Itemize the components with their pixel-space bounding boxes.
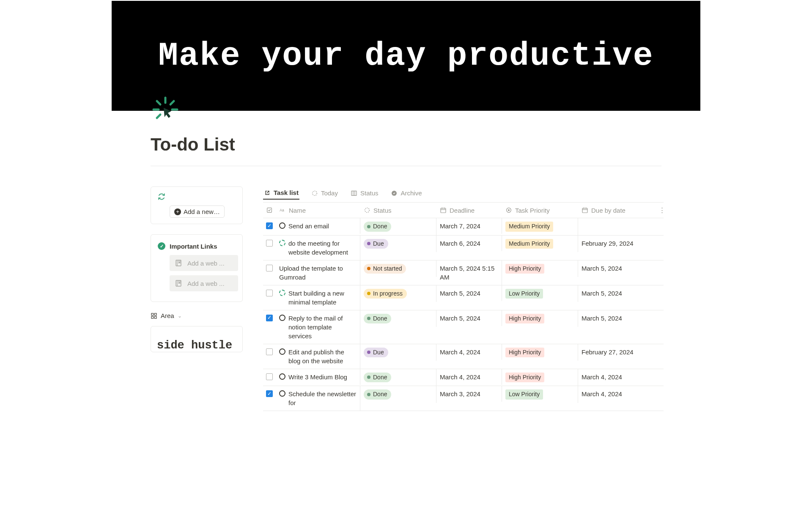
task-name: Reply to the mail of notion template ser… — [288, 314, 357, 340]
cell-due-by-date[interactable]: March 5, 2024 — [578, 285, 658, 301]
tab-today[interactable]: Today — [310, 187, 339, 199]
column-label: Task Priority — [515, 207, 550, 214]
table-row[interactable]: Upload the template to GumroadNot starte… — [263, 260, 664, 285]
cell-due-by-date[interactable] — [578, 218, 658, 225]
status-dot-icon — [367, 242, 370, 245]
column-header-due-by-date[interactable]: Due by date — [578, 203, 658, 218]
column-header-checkbox[interactable] — [263, 203, 276, 218]
cell-deadline[interactable]: March 5, 2024 5:15 AM — [436, 260, 502, 285]
cell-priority[interactable]: Low Priority — [502, 386, 578, 403]
cell-status[interactable]: In progress — [360, 285, 436, 302]
table-row[interactable]: ✓Reply to the mail of notion template se… — [263, 310, 664, 344]
cell-status[interactable]: Done — [360, 218, 436, 235]
cell-priority[interactable]: High Priority — [502, 310, 578, 327]
priority-badge: High Priority — [505, 373, 544, 383]
priority-badge: High Priority — [505, 314, 544, 324]
circle-icon — [279, 390, 285, 397]
cell-due-by-date[interactable]: March 4, 2024 — [578, 386, 658, 402]
cell-due-by-date[interactable]: March 5, 2024 — [578, 310, 658, 326]
task-name: do the meeting for website development — [288, 239, 357, 257]
column-header-task-priority[interactable]: Task Priority — [502, 203, 578, 218]
due-value: March 4, 2024 — [582, 373, 622, 381]
svg-rect-11 — [154, 313, 156, 315]
cell-due-by-date[interactable]: February 29, 2024 — [578, 236, 658, 251]
cell-priority[interactable]: High Priority — [502, 369, 578, 386]
plus-circle-icon: + — [174, 208, 181, 215]
row-checkbox[interactable] — [266, 373, 273, 380]
table-row[interactable]: ✓Schedule the newsletter forDoneMarch 3,… — [263, 386, 664, 411]
cell-status[interactable]: Done — [360, 310, 436, 327]
cell-priority[interactable]: High Priority — [502, 260, 578, 277]
row-checkbox[interactable] — [266, 265, 273, 271]
cell-name[interactable]: Start building a new minimal template — [276, 285, 360, 310]
page-title[interactable]: To-do List — [151, 134, 661, 155]
cell-deadline[interactable]: March 6, 2024 — [436, 236, 502, 251]
cell-priority[interactable]: Medium Priority — [502, 236, 578, 252]
cell-due-by-date[interactable]: February 27, 2024 — [578, 344, 658, 360]
row-checkbox[interactable]: ✓ — [266, 222, 273, 229]
dashed-circle-icon — [279, 240, 285, 246]
row-checkbox[interactable] — [266, 240, 273, 247]
table-row[interactable]: Write 3 Medium BlogDoneMarch 4, 2024High… — [263, 369, 664, 386]
svg-rect-15 — [351, 191, 357, 195]
row-checkbox[interactable] — [266, 290, 273, 296]
add-new-task-button[interactable]: + Add a new t... — [170, 206, 225, 218]
cell-due-by-date[interactable]: March 5, 2024 — [578, 260, 658, 276]
status-dot-icon — [367, 375, 370, 379]
circle-icon — [279, 348, 285, 355]
cell-name[interactable]: Edit and publish the blog on the website — [276, 344, 360, 369]
area-view-selector[interactable]: Area ⌄ — [151, 312, 243, 319]
priority-badge: Low Priority — [505, 289, 543, 299]
priority-badge: Medium Priority — [505, 239, 553, 249]
check-circle-icon — [391, 190, 398, 197]
status-label: Done — [373, 373, 387, 382]
board-icon — [351, 190, 357, 197]
column-header-deadline[interactable]: Deadline — [436, 203, 502, 218]
cell-due-by-date[interactable]: March 4, 2024 — [578, 369, 658, 385]
add-web-bookmark-2[interactable]: Add a web ... — [170, 275, 238, 291]
column-more-icon[interactable]: ⋮ — [658, 203, 666, 218]
cell-status[interactable]: Done — [360, 369, 436, 386]
check-circle-icon: ✓ — [158, 242, 165, 250]
cell-name[interactable]: Write 3 Medium Blog — [276, 369, 360, 385]
deadline-value: March 4, 2024 — [440, 373, 480, 381]
column-header-name[interactable]: AaName — [276, 203, 360, 218]
cell-name[interactable]: Send an email — [276, 218, 360, 234]
table-row[interactable]: do the meeting for website developmentDu… — [263, 236, 664, 260]
important-links-card: ✓ Important Links Add a web ... Add a we… — [151, 234, 243, 302]
cell-deadline[interactable]: March 3, 2024 — [436, 386, 502, 402]
row-checkbox[interactable]: ✓ — [266, 390, 273, 397]
cell-status[interactable]: Due — [360, 236, 436, 252]
cell-name[interactable]: Upload the template to Gumroad — [276, 260, 360, 285]
table-row[interactable]: Start building a new minimal templateIn … — [263, 285, 664, 310]
cell-priority[interactable]: Low Priority — [502, 285, 578, 302]
cell-status[interactable]: Done — [360, 386, 436, 403]
cell-deadline[interactable]: March 4, 2024 — [436, 369, 502, 385]
cell-priority[interactable]: High Priority — [502, 344, 578, 361]
tab-status[interactable]: Status — [350, 187, 379, 199]
cell-priority[interactable]: Medium Priority — [502, 218, 578, 235]
table-row[interactable]: ✓Send an emailDoneMarch 7, 2024Medium Pr… — [263, 218, 664, 236]
hero-banner: Make your day productive — [112, 1, 700, 111]
row-spacer — [658, 344, 665, 351]
cell-deadline[interactable]: March 4, 2024 — [436, 344, 502, 360]
table-row[interactable]: Edit and publish the blog on the website… — [263, 344, 664, 369]
column-header-status[interactable]: Status — [360, 203, 436, 218]
cell-deadline[interactable]: March 5, 2024 — [436, 310, 502, 326]
cell-name[interactable]: Reply to the mail of notion template ser… — [276, 310, 360, 344]
tab-task-list[interactable]: Task list — [263, 186, 299, 200]
svg-rect-13 — [154, 316, 156, 318]
cell-name[interactable]: Schedule the newsletter for — [276, 386, 360, 411]
tab-archive[interactable]: Archive — [390, 187, 422, 199]
page-icon-cursor-burst[interactable] — [152, 96, 179, 123]
cell-status[interactable]: Due — [360, 344, 436, 361]
add-web-bookmark-1[interactable]: Add a web ... — [170, 255, 238, 271]
cell-name[interactable]: do the meeting for website development — [276, 236, 360, 260]
row-checkbox[interactable] — [266, 348, 273, 355]
target-icon — [505, 207, 512, 214]
row-checkbox[interactable]: ✓ — [266, 315, 273, 321]
cell-status[interactable]: Not started — [360, 260, 436, 277]
cell-deadline[interactable]: March 5, 2024 — [436, 285, 502, 301]
cell-deadline[interactable]: March 7, 2024 — [436, 218, 502, 234]
side-hustle-card[interactable]: side hustle — [151, 326, 243, 352]
